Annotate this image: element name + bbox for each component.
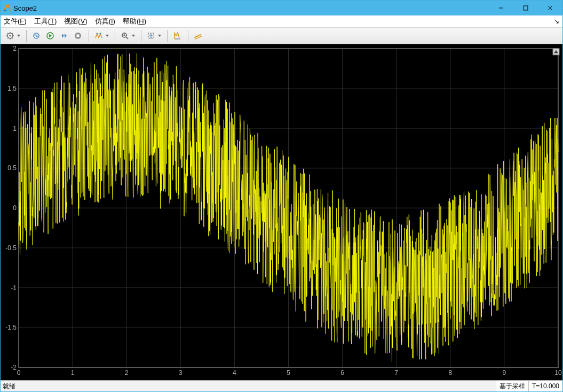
separator — [115, 30, 115, 42]
separator — [141, 30, 141, 42]
svg-text:6: 6 — [340, 369, 344, 377]
config-dropdown-icon[interactable] — [17, 35, 21, 37]
menubar: 文件(F) 工具(T) 视图(V) 仿真(I) 帮助(H) ↘ — [1, 15, 562, 28]
svg-line-13 — [12, 33, 13, 34]
menu-overflow-icon[interactable]: ↘ — [554, 18, 559, 25]
status-time: T=10.000 — [528, 381, 562, 391]
minimize-button[interactable] — [489, 1, 513, 15]
svg-text:-0.5: -0.5 — [5, 244, 17, 252]
window-controls — [489, 1, 562, 15]
separator — [167, 30, 168, 42]
svg-line-11 — [12, 38, 13, 39]
svg-line-21 — [126, 37, 128, 39]
svg-rect-17 — [77, 35, 80, 37]
menu-file[interactable]: 文件(F) — [4, 17, 27, 26]
svg-text:5: 5 — [287, 369, 290, 377]
plot-canvas: 012345678910-2-1.5-1-0.500.511.52 — [1, 44, 562, 380]
svg-line-10 — [7, 33, 9, 34]
svg-text:1.5: 1.5 — [7, 85, 17, 92]
svg-text:-2: -2 — [11, 364, 17, 371]
triggers-dropdown-icon[interactable] — [105, 35, 109, 37]
status-sampling: 基于采样 — [496, 381, 528, 391]
svg-text:4: 4 — [233, 369, 236, 377]
cursor-measurements-button[interactable] — [171, 29, 184, 42]
svg-text:2: 2 — [13, 45, 17, 52]
titlebar[interactable]: Scope2 — [1, 1, 562, 15]
main-window: Scope2 文件(F) 工具(T) 视图(V) 仿真(I) 帮助(H) — [0, 0, 563, 392]
matlab-icon — [3, 4, 11, 12]
svg-text:1: 1 — [13, 125, 17, 132]
config-button[interactable] — [4, 29, 17, 42]
signal-triggers-button[interactable] — [92, 29, 105, 42]
autoscale-dropdown-icon[interactable] — [157, 35, 162, 37]
svg-text:-1.5: -1.5 — [5, 324, 17, 331]
toolbar — [1, 28, 562, 44]
menu-sim[interactable]: 仿真(I) — [95, 17, 115, 26]
status-ready: 就绪 — [1, 382, 15, 391]
svg-text:0: 0 — [13, 204, 17, 212]
zoom-button[interactable] — [118, 29, 131, 42]
step-forward-button[interactable] — [58, 29, 70, 42]
separator — [26, 30, 27, 42]
separator — [188, 30, 188, 42]
svg-text:9: 9 — [503, 369, 506, 377]
run-button[interactable] — [44, 29, 57, 42]
scope-plot[interactable]: 012345678910-2-1.5-1-0.500.511.52 — [1, 44, 562, 380]
svg-text:10: 10 — [554, 369, 562, 377]
svg-text:8: 8 — [448, 369, 452, 377]
svg-point-19 — [100, 33, 101, 35]
measurements-ruler-button[interactable] — [192, 29, 204, 42]
svg-line-12 — [7, 38, 9, 39]
find-signal-button[interactable] — [30, 29, 43, 42]
zoom-dropdown-icon[interactable] — [131, 35, 136, 37]
svg-text:0: 0 — [17, 369, 21, 377]
svg-text:1: 1 — [71, 369, 75, 377]
menu-tools[interactable]: 工具(T) — [34, 17, 57, 26]
svg-point-5 — [10, 35, 11, 37]
svg-text:3: 3 — [179, 369, 183, 377]
svg-text:0.5: 0.5 — [7, 164, 17, 172]
maximize-button[interactable] — [513, 1, 538, 15]
svg-text:7: 7 — [394, 369, 398, 377]
svg-point-18 — [97, 33, 98, 35]
window-title: Scope2 — [13, 4, 37, 12]
close-button[interactable] — [538, 1, 562, 15]
statusbar: 就绪 基于采样 T=10.000 — [1, 380, 562, 391]
svg-text:-1: -1 — [11, 284, 17, 292]
menu-view[interactable]: 视图(V) — [64, 17, 87, 26]
autoscale-button[interactable] — [145, 29, 157, 42]
svg-rect-1 — [524, 6, 528, 10]
separator — [89, 30, 89, 42]
stop-button[interactable] — [72, 29, 84, 42]
menu-help[interactable]: 帮助(H) — [123, 17, 146, 26]
svg-text:2: 2 — [125, 369, 129, 377]
